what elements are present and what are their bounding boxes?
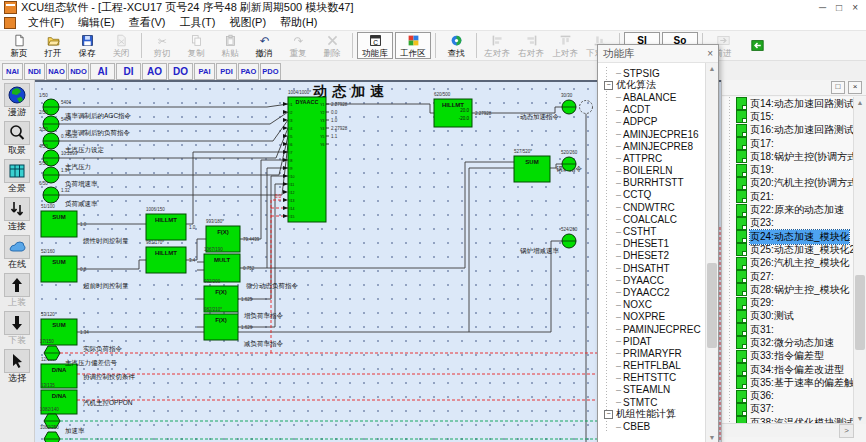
block-DYAACC[interactable]: DYAACC1004/1000*I1I2I3I4I5I6I7I8I9I10I11…: [275, 90, 348, 222]
page-item[interactable]: 页18:锅炉主控(协调方式): [722, 150, 854, 163]
block-SUM[interactable]: SUM52/1600.8超前时间控制量: [41, 249, 129, 290]
tree-item-AMINJECPRE16[interactable]: –AMINJECPRE16: [598, 128, 706, 140]
menu-工具[interactable]: 工具(T): [172, 16, 222, 28]
page-item[interactable]: 页34:指令偏差改进型: [722, 363, 854, 376]
scrollbar-thumb[interactable]: [855, 275, 865, 350]
page-item[interactable]: 页19:: [722, 163, 854, 176]
new-page-button[interactable]: 新页: [2, 31, 36, 60]
page-item[interactable]: 页16:动态加速回路测试_2: [722, 124, 854, 137]
tree-item-NOXPRE[interactable]: –NOXPRE: [598, 311, 706, 323]
collapse-icon[interactable]: −: [604, 81, 613, 90]
tab-ao[interactable]: AO: [142, 63, 167, 80]
roam-tool[interactable]: 漫游: [4, 83, 30, 118]
page-item[interactable]: 页21:: [722, 190, 854, 203]
scroll-right-icon[interactable]: >: [839, 424, 854, 438]
scroll-up-icon[interactable]: ▲: [854, 97, 866, 108]
tree-item-ADPCP[interactable]: –ADPCP: [598, 116, 706, 128]
tab-ai[interactable]: AI: [90, 63, 115, 80]
pages-panel-restore-button[interactable]: □: [831, 81, 845, 94]
page-item[interactable]: 页20:汽机主控(协调方式): [722, 177, 854, 190]
tree-item-ABALANCE[interactable]: –ABALANCE: [598, 91, 706, 103]
menu-帮助[interactable]: 帮助(H): [273, 16, 324, 28]
tree-item-COALCALC[interactable]: –COALCALC: [598, 213, 706, 225]
page-item[interactable]: 页26:汽机主控_模块化: [722, 257, 854, 270]
tree-item-DYAACC[interactable]: –DYAACC: [598, 274, 706, 286]
page-item[interactable]: 页28:锅炉主控_模块化: [722, 283, 854, 296]
tree-item-BOILERLN[interactable]: –BOILERLN: [598, 165, 706, 177]
page-item[interactable]: 页33:指令偏差型: [722, 350, 854, 363]
block-HILLMT[interactable]: HILLMT981/170*3.4: [146, 240, 196, 273]
workspace-button[interactable]: 工作区: [395, 32, 431, 59]
pages-horizontal-scrollbar[interactable]: >: [722, 423, 854, 437]
page-item[interactable]: 页36:: [722, 390, 854, 403]
tab-ndo[interactable]: NDO: [68, 63, 89, 80]
output-node[interactable]: 524/260锅炉增减速率: [519, 227, 578, 255]
tab-di[interactable]: DI: [116, 63, 141, 80]
pages-panel-close-button[interactable]: ×: [848, 81, 862, 94]
page-item[interactable]: 页32:微分动态加速: [722, 336, 854, 349]
close-button[interactable]: ×: [852, 2, 858, 13]
save-button[interactable]: 保存: [70, 31, 104, 60]
find-button[interactable]: 查找: [439, 31, 473, 60]
page-item[interactable]: 页37:: [722, 403, 854, 416]
tree-item-REHTSTTC[interactable]: –REHTSTTC: [598, 372, 706, 384]
tree-item-DHESET2[interactable]: –DHESET2: [598, 250, 706, 262]
page-item-selected[interactable]: 页24:动态加速_模块化: [722, 230, 854, 243]
tree-item-ATTPRC[interactable]: –ATTPRC: [598, 152, 706, 164]
tree-item-STEAMLN[interactable]: –STEAMLN: [598, 384, 706, 396]
page-item[interactable]: 页29:: [722, 296, 854, 309]
menu-视图[interactable]: 视图(P): [222, 16, 273, 28]
tab-nai[interactable]: NAI: [2, 63, 23, 80]
connect-tool[interactable]: 连接: [4, 197, 30, 232]
tab-do[interactable]: DO: [168, 63, 193, 80]
tree-item-PIDAT[interactable]: –PIDAT: [598, 335, 706, 347]
capture-tool[interactable]: 取景: [4, 121, 30, 156]
function-library-titlebar[interactable]: 功能库 ×: [598, 45, 718, 63]
page-item[interactable]: 页15:: [722, 110, 854, 123]
page-item[interactable]: 页25:动态加速_模块化2: [722, 243, 854, 256]
tree-item-REHTFLBAL[interactable]: –REHTFLBAL: [598, 360, 706, 372]
page-item[interactable]: 页30:测试: [722, 310, 854, 323]
scroll-down-icon[interactable]: ▼: [854, 413, 866, 424]
page-item[interactable]: 页27:: [722, 270, 854, 283]
maximize-button[interactable]: □: [836, 2, 842, 13]
tab-pdi[interactable]: PDI: [216, 63, 237, 80]
output-node[interactable]: 520/260: [561, 150, 578, 171]
tree-item-BURRHTSTT[interactable]: –BURRHTSTT: [598, 177, 706, 189]
close-icon[interactable]: ×: [707, 48, 713, 59]
tree-item-PRIMARYFR[interactable]: –PRIMARYFR: [598, 347, 706, 359]
tree-item-优化算法[interactable]: −优化算法: [598, 79, 706, 91]
scroll-down-icon[interactable]: ▼: [706, 432, 718, 442]
tab-ndi[interactable]: NDI: [24, 63, 45, 80]
func-lib-button[interactable]: C功能库: [357, 32, 393, 59]
library-vertical-scrollbar[interactable]: ▲ ▼: [705, 63, 718, 442]
undo-button[interactable]: ↶撤消: [247, 31, 281, 60]
block-HILLMT[interactable]: HILLMT620/5002.2792820.0-20.0: [434, 92, 492, 127]
page-item[interactable]: 页31:: [722, 323, 854, 336]
tree-item-DYAACC2[interactable]: –DYAACC2: [598, 286, 706, 298]
tab-nao[interactable]: NAO: [46, 63, 67, 80]
page-item[interactable]: 页23:: [722, 217, 854, 230]
select-tool[interactable]: 选择: [4, 349, 30, 384]
tree-item-NOXC[interactable]: –NOXC: [598, 299, 706, 311]
scroll-up-icon[interactable]: ▲: [706, 63, 718, 74]
tree-item-CCTQ[interactable]: –CCTQ: [598, 189, 706, 201]
online-tool[interactable]: 在线: [4, 235, 30, 270]
tree-item-AMINJECPRE8[interactable]: –AMINJECPRE8: [598, 140, 706, 152]
block-HILLMT[interactable]: HILLMT1006/1501.0: [146, 207, 196, 240]
menu-文件[interactable]: 文件(F): [21, 16, 71, 28]
tree-item-CBEB[interactable]: –CBEB: [598, 420, 706, 432]
menu-查看[interactable]: 查看(V): [122, 16, 173, 28]
collapse-icon[interactable]: −: [604, 410, 613, 419]
pages-vertical-scrollbar[interactable]: ▲ ▼: [853, 97, 866, 424]
page-item[interactable]: 页14:动态加速回路测试_1: [722, 97, 854, 110]
page-item[interactable]: 页17:: [722, 137, 854, 150]
tab-pdo[interactable]: PDO: [260, 63, 281, 80]
panorama-tool[interactable]: 全景: [4, 159, 30, 194]
menu-编辑[interactable]: 编辑(E): [71, 16, 122, 28]
open-button[interactable]: 打开: [36, 31, 70, 60]
scrollbar-thumb[interactable]: [707, 263, 717, 348]
tree-item-PAMINJECPREC[interactable]: –PAMINJECPREC: [598, 323, 706, 335]
tree-item-DHSATHT[interactable]: –DHSATHT: [598, 262, 706, 274]
page-item[interactable]: 页22:原来的动态加速: [722, 203, 854, 216]
